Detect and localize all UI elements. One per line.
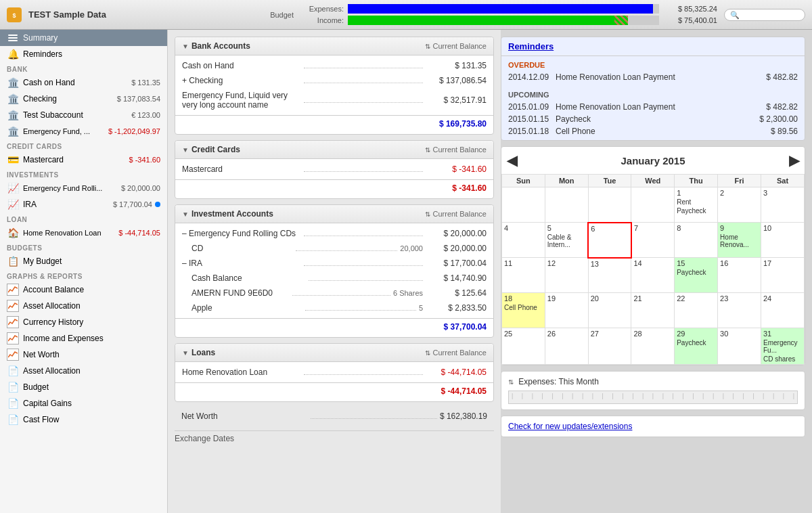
loan-panel-title: Loans [191, 348, 425, 357]
calendar-cell[interactable]: 24 [761, 293, 805, 328]
sidebar-item-ira[interactable]: 📈 IRA $ 17,700.04 [0, 196, 167, 213]
loan-collapse-arrow[interactable]: ▼ [182, 349, 189, 357]
calendar-cell[interactable]: 6 [588, 223, 631, 258]
sidebar-item-asset-allocation[interactable]: Asset Allocation [0, 298, 167, 314]
sidebar-item-summary[interactable]: Summary [0, 30, 167, 46]
table-row[interactable]: Cash Balance $ 14,740.90 [175, 271, 493, 286]
calendar-cell[interactable]: 17 [761, 258, 805, 293]
table-row[interactable]: + Checking $ 137,086.54 [175, 73, 493, 88]
app-title: TEST Sample Data [28, 9, 263, 20]
account-name: Emergency Fund, Liquid very very long ac… [182, 91, 301, 110]
sidebar-item-report-capital-gains[interactable]: 📄 Capital Gains [0, 395, 167, 411]
table-row[interactable]: Mastercard $ -341.60 [175, 162, 493, 177]
sidebar-item-report-budget[interactable]: 📄 Budget [0, 379, 167, 395]
table-row[interactable]: Emergency Fund, Liquid very very long ac… [175, 88, 493, 112]
calendar-cell[interactable] [545, 187, 588, 223]
graphs-section-label: GRAPHS & REPORTS [0, 269, 167, 282]
loan-icon: 🏠 [7, 227, 19, 239]
calendar-cell[interactable]: 19 [545, 293, 588, 328]
calendar-cell[interactable]: 5Cable & Intern... [545, 223, 588, 258]
calendar-day-number: 4 [504, 224, 543, 232]
sidebar-item-income-expenses[interactable]: Income and Expenses [0, 330, 167, 347]
calendar-day-number: 6 [591, 225, 629, 233]
table-row[interactable]: Home Renovation Loan $ -44,714.05 [175, 365, 493, 380]
calendar-cell[interactable]: 14 [631, 258, 675, 293]
calendar-cell[interactable]: 27 [588, 328, 631, 365]
sidebar-item-report-cast-flow[interactable]: 📄 Cast Flow [0, 411, 167, 428]
sidebar-item-net-worth[interactable]: Net Worth [0, 347, 167, 363]
emergency-amount: $ -1,202,049.97 [108, 127, 160, 135]
ira-label: IRA [23, 200, 113, 209]
account-name: Mastercard [182, 164, 301, 174]
bank-collapse-arrow[interactable]: ▼ [182, 43, 189, 50]
calendar-cell[interactable]: 29Paycheck [675, 328, 718, 365]
calendar-cell[interactable]: 23 [718, 293, 761, 328]
loan-col-sort[interactable]: ⇅ [425, 349, 430, 357]
sidebar-item-reminders[interactable]: 🔔 Reminders [0, 46, 167, 62]
table-row[interactable]: – IRA $ 17,700.04 [175, 256, 493, 271]
calendar-cell[interactable] [631, 187, 675, 223]
calendar-cell[interactable]: 9Home Renova... [718, 223, 761, 258]
calendar-cell[interactable]: 1RentPaycheck [675, 187, 718, 223]
table-row[interactable]: AMERN FUND 9E6D0 6 Shares $ 125.64 [175, 286, 493, 300]
calendar-cell[interactable]: 15Paycheck [675, 258, 718, 293]
expenses-expand-icon[interactable]: ⇅ [508, 378, 514, 386]
sidebar-item-account-balance[interactable]: Account Balance [0, 282, 167, 298]
emergency-label: Emergency Fund, ... [23, 127, 108, 135]
calendar-cell[interactable]: 22 [675, 293, 718, 328]
calendar-cell[interactable]: 16 [718, 258, 761, 293]
list-item[interactable]: 2015.01.15 Paycheck $ 2,300.00 [508, 113, 798, 125]
credit-col-sort[interactable]: ⇅ [425, 146, 430, 154]
calendar-cell[interactable] [502, 187, 545, 223]
sidebar-item-currency-history[interactable]: Currency History [0, 314, 167, 330]
cash-label: Cash on Hand [23, 78, 131, 87]
budget-icon: 📋 [7, 255, 19, 267]
sidebar-item-ef-rolling[interactable]: 📈 Emergency Fund Rolli... $ 20,000.00 [0, 180, 167, 196]
ira-dot [155, 202, 160, 207]
calendar-cell[interactable]: 4 [502, 223, 545, 258]
calendar-cell[interactable]: 18Cell Phone [502, 293, 545, 328]
sidebar-item-subaccount[interactable]: 🏛️ Test Subaccount € 123.00 [0, 107, 167, 123]
calendar-cell[interactable]: 11 [502, 258, 545, 293]
search-input[interactable] [724, 9, 805, 21]
calendar-prev-button[interactable]: ◀ [507, 152, 517, 169]
sidebar-item-emergency[interactable]: 🏛️ Emergency Fund, ... $ -1,202,049.97 [0, 123, 167, 139]
sidebar-item-checking[interactable]: 🏛️ Checking $ 137,083.54 [0, 91, 167, 107]
calendar-cell[interactable]: 13 [588, 258, 631, 293]
table-row[interactable]: Apple 5 $ 2,833.50 [175, 300, 493, 315]
list-item[interactable]: 2014.12.09 Home Renovation Loan Payment … [508, 71, 798, 83]
credit-collapse-arrow[interactable]: ▼ [182, 146, 189, 154]
updates-link[interactable]: Check for new updates/extensions [508, 422, 632, 431]
calendar-cell[interactable]: 8 [675, 223, 718, 258]
table-row[interactable]: Cash on Hand $ 131.35 [175, 58, 493, 73]
sidebar-item-report-asset[interactable]: 📄 Asset Allocation [0, 363, 167, 379]
calendar-cell[interactable]: 26 [545, 328, 588, 365]
list-item[interactable]: 2015.01.09 Home Renovation Loan Payment … [508, 101, 798, 113]
calendar-cell[interactable] [588, 187, 631, 223]
list-item[interactable]: 2015.01.18 Cell Phone $ 89.56 [508, 125, 798, 137]
tick: | [763, 393, 764, 399]
expenses-title: ⇅ Expenses: This Month [508, 377, 798, 386]
calendar-next-button[interactable]: ▶ [789, 152, 799, 169]
calendar-cell[interactable]: 3 [761, 187, 805, 223]
investment-collapse-arrow[interactable]: ▼ [182, 210, 189, 218]
investment-col-sort[interactable]: ⇅ [425, 210, 430, 218]
calendar-cell[interactable]: 31Emergency Fu...CD shares [761, 328, 805, 365]
table-row[interactable]: – Emergency Fund Rolling CDs $ 20,000.00 [175, 226, 493, 241]
calendar-cell[interactable]: 12 [545, 258, 588, 293]
calendar-cell[interactable]: 30 [718, 328, 761, 365]
calendar-cell[interactable]: 7 [631, 223, 675, 258]
calendar-cell[interactable]: 20 [588, 293, 631, 328]
calendar-cell[interactable]: 28 [631, 328, 675, 365]
bank-col-sort[interactable]: ⇅ [425, 43, 430, 50]
sidebar-item-mybudget[interactable]: 📋 My Budget [0, 253, 167, 269]
calendar-cell[interactable]: 2 [718, 187, 761, 223]
calendar-cell[interactable]: 10 [761, 223, 805, 258]
sidebar-item-home-loan[interactable]: 🏠 Home Renovation Loan $ -44,714.05 [0, 225, 167, 241]
reminders-title[interactable]: Reminders [501, 37, 805, 56]
calendar-cell[interactable]: 21 [631, 293, 675, 328]
table-row[interactable]: CD 20,000 $ 20,000.00 [175, 241, 493, 256]
calendar-cell[interactable]: 25 [502, 328, 545, 365]
sidebar-item-mastercard[interactable]: 💳 Mastercard $ -341.60 [0, 152, 167, 168]
sidebar-item-cash[interactable]: 🏛️ Cash on Hand $ 131.35 [0, 74, 167, 91]
